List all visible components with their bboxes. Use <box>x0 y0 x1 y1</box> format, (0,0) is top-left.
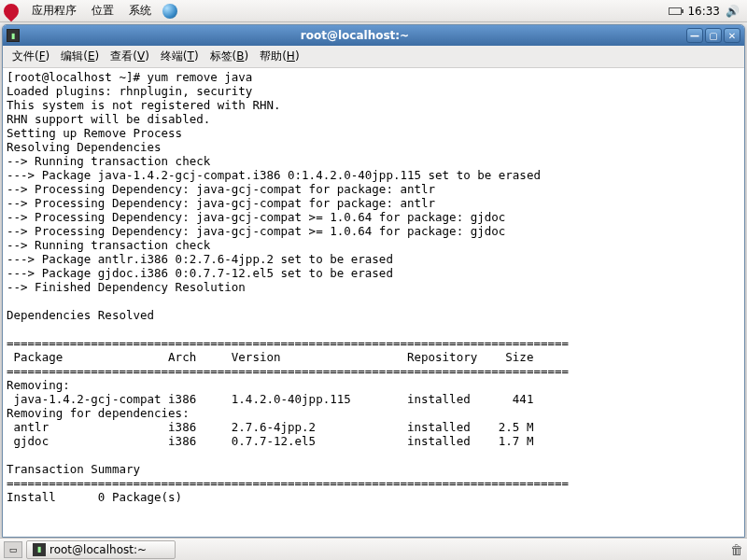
system-menu[interactable]: 系统 <box>121 3 159 19</box>
menu-help[interactable]: 帮助(H) <box>254 49 304 64</box>
distro-logo-icon[interactable] <box>1 0 22 21</box>
taskbar-item-label: root@localhost:~ <box>49 543 147 556</box>
window-title: root@localhost:~ <box>23 29 686 42</box>
window-app-icon: ▮ <box>7 29 20 42</box>
apps-menu[interactable]: 应用程序 <box>24 3 84 19</box>
menu-file[interactable]: 文件(F) <box>7 49 55 64</box>
trash-icon[interactable]: 🗑 <box>730 542 743 557</box>
minimize-button[interactable]: — <box>686 28 703 43</box>
menu-edit[interactable]: 编辑(E) <box>55 49 105 64</box>
battery-icon[interactable] <box>669 7 682 15</box>
globe-icon[interactable] <box>162 4 177 19</box>
volume-icon[interactable]: 🔊 <box>726 5 740 18</box>
taskbar-item-terminal[interactable]: ▮ root@localhost:~ <box>26 540 176 559</box>
maximize-button[interactable]: ▢ <box>705 28 722 43</box>
show-desktop-button[interactable]: ▭ <box>4 541 22 558</box>
top-panel: 应用程序 位置 系统 16:33 🔊 <box>0 0 747 22</box>
clock[interactable]: 16:33 <box>687 5 720 18</box>
system-tray: 16:33 🔊 <box>669 5 743 18</box>
terminal-icon: ▮ <box>33 543 46 556</box>
titlebar[interactable]: ▮ root@localhost:~ — ▢ ✕ <box>3 25 744 46</box>
menubar: 文件(F) 编辑(E) 查看(V) 终端(T) 标签(B) 帮助(H) <box>3 46 744 68</box>
places-menu[interactable]: 位置 <box>84 3 121 19</box>
terminal-output[interactable]: [root@localhost ~]# yum remove java Load… <box>3 68 744 537</box>
bottom-panel: ▭ ▮ root@localhost:~ 🗑 <box>0 538 747 560</box>
terminal-window: ▮ root@localhost:~ — ▢ ✕ 文件(F) 编辑(E) 查看(… <box>2 24 745 538</box>
menu-terminal[interactable]: 终端(T) <box>155 49 204 64</box>
close-button[interactable]: ✕ <box>724 28 740 43</box>
menu-tabs[interactable]: 标签(B) <box>204 49 255 64</box>
menu-view[interactable]: 查看(V) <box>105 49 155 64</box>
